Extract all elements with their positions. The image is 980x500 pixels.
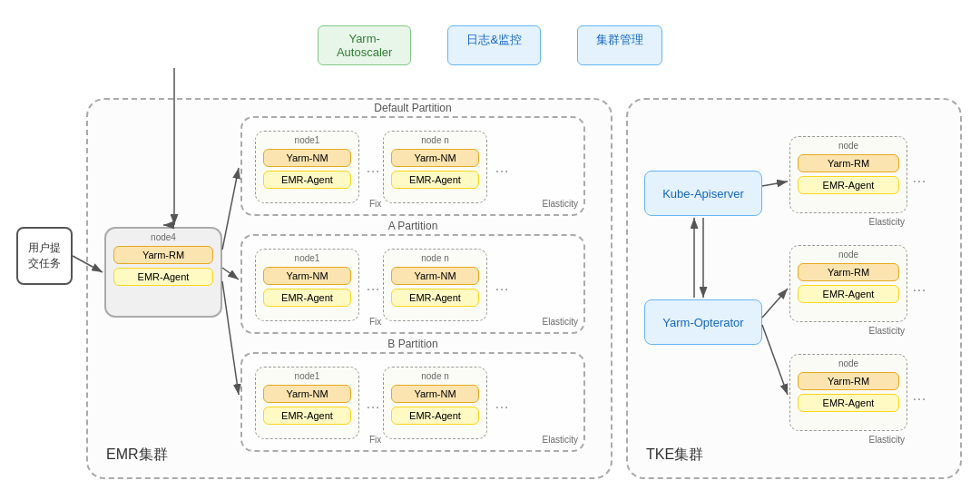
tke-ng3-dots: … bbox=[912, 387, 926, 404]
default-left-box1: Yarm-NM bbox=[263, 149, 351, 167]
emr-cluster-label: EMR集群 bbox=[106, 446, 168, 465]
tke-ng3-elasticity: Elasticity bbox=[869, 435, 905, 445]
default-node-left: node1 Yarm-NM EMR-Agent bbox=[255, 131, 359, 203]
b-partition: B Partition node1 Yarm-NM EMR-Agent … no… bbox=[240, 352, 585, 452]
kube-apiserver-box: Kube-Apiserver bbox=[644, 171, 762, 216]
b-right-box2: EMR-Agent bbox=[391, 407, 479, 425]
a-node-left-label: node1 bbox=[256, 253, 358, 263]
default-dots2: … bbox=[495, 160, 509, 176]
b-node-right: node n Yarm-NM EMR-Agent bbox=[383, 367, 487, 439]
default-node-right-label: node n bbox=[384, 135, 486, 145]
b-partition-label: B Partition bbox=[387, 338, 437, 350]
default-elasticity-label: Elasticity bbox=[543, 199, 578, 209]
tke-ng3-node-label: node bbox=[790, 358, 906, 368]
user-task-box: 用户提 交任务 bbox=[16, 227, 73, 285]
yarm-autoscaler-btn[interactable]: Yarm- Autoscaler bbox=[318, 25, 411, 65]
tke-ng2-node-label: node bbox=[790, 250, 906, 260]
tke-ng3-box2: EMR-Agent bbox=[798, 394, 899, 412]
a-right-box1: Yarm-NM bbox=[391, 267, 479, 285]
default-right-box1: Yarm-NM bbox=[391, 149, 479, 167]
a-left-box1: Yarm-NM bbox=[263, 267, 351, 285]
log-monitor-label: 日志&监控 bbox=[466, 33, 522, 46]
default-left-box2: EMR-Agent bbox=[263, 171, 351, 189]
tke-node-group-3: node Yarm-RM EMR-Agent … Elasticity bbox=[789, 354, 907, 431]
yarm-operator-box: Yarm-Opterator bbox=[644, 299, 762, 345]
tke-node-group-1: node Yarm-RM EMR-Agent … Elasticity bbox=[789, 136, 907, 213]
a-left-box2: EMR-Agent bbox=[263, 289, 351, 307]
yarm-rm-box: Yarm-RM bbox=[113, 246, 213, 264]
a-node-left: node1 Yarm-NM EMR-Agent bbox=[255, 249, 359, 321]
tke-node-group-2: node Yarm-RM EMR-Agent … Elasticity bbox=[789, 245, 907, 322]
default-partition: Default Partition node1 Yarm-NM EMR-Agen… bbox=[240, 116, 585, 216]
a-partition-label: A Partition bbox=[388, 220, 438, 232]
tke-ng2-box1: Yarm-RM bbox=[798, 263, 899, 281]
tke-ng1-elasticity: Elasticity bbox=[869, 217, 905, 227]
node4-box: node4 Yarm-RM EMR-Agent bbox=[104, 227, 222, 318]
b-node-left: node1 Yarm-NM EMR-Agent bbox=[255, 367, 359, 439]
default-right-box2: EMR-Agent bbox=[391, 171, 479, 189]
b-left-box2: EMR-Agent bbox=[263, 407, 351, 425]
emr-agent-box: EMR-Agent bbox=[113, 268, 213, 286]
b-dots: … bbox=[366, 396, 380, 412]
tke-ng1-dots: … bbox=[912, 170, 926, 186]
default-node-left-label: node1 bbox=[256, 135, 358, 145]
a-node-right-label: node n bbox=[384, 253, 486, 263]
log-monitor-btn[interactable]: 日志&监控 bbox=[447, 25, 541, 65]
tke-ng1-box2: EMR-Agent bbox=[798, 176, 899, 194]
a-right-box2: EMR-Agent bbox=[391, 289, 479, 307]
node4-label: node4 bbox=[106, 232, 220, 242]
kube-apiserver-label: Kube-Apiserver bbox=[662, 187, 744, 201]
diagram-container: Yarm- Autoscaler 日志&监控 集群管理 EMR集群 TKE集群 … bbox=[0, 0, 980, 500]
tke-cluster-label: TKE集群 bbox=[646, 446, 703, 465]
a-elasticity-label: Elasticity bbox=[543, 317, 578, 327]
default-fix-label: Fix bbox=[369, 199, 381, 209]
tke-ng2-dots: … bbox=[912, 279, 926, 295]
a-partition: A Partition node1 Yarm-NM EMR-Agent … no… bbox=[240, 234, 585, 334]
user-task-label: 用户提 交任务 bbox=[28, 240, 61, 271]
b-left-box1: Yarm-NM bbox=[263, 385, 351, 403]
b-node-right-label: node n bbox=[384, 371, 486, 381]
yarm-operator-label: Yarm-Opterator bbox=[662, 316, 743, 329]
cluster-manage-btn[interactable]: 集群管理 bbox=[577, 25, 662, 65]
default-dots: … bbox=[366, 160, 380, 176]
b-dots2: … bbox=[495, 396, 509, 412]
tke-ng1-box1: Yarm-RM bbox=[798, 154, 899, 172]
default-node-right: node n Yarm-NM EMR-Agent bbox=[383, 131, 487, 203]
b-fix-label: Fix bbox=[369, 435, 381, 445]
default-partition-label: Default Partition bbox=[374, 102, 451, 114]
tke-ng2-box2: EMR-Agent bbox=[798, 285, 899, 303]
b-node-left-label: node1 bbox=[256, 371, 358, 381]
tke-ng3-box1: Yarm-RM bbox=[798, 372, 899, 390]
a-dots: … bbox=[366, 278, 380, 294]
b-right-box1: Yarm-NM bbox=[391, 385, 479, 403]
top-bar: Yarm- Autoscaler 日志&监控 集群管理 bbox=[0, 25, 980, 65]
yarm-autoscaler-label: Yarm- Autoscaler bbox=[337, 32, 392, 59]
tke-ng2-elasticity: Elasticity bbox=[869, 326, 905, 336]
cluster-manage-label: 集群管理 bbox=[596, 33, 643, 46]
b-elasticity-label: Elasticity bbox=[543, 435, 578, 445]
a-fix-label: Fix bbox=[369, 317, 381, 327]
tke-ng1-node-label: node bbox=[790, 141, 906, 151]
a-node-right: node n Yarm-NM EMR-Agent bbox=[383, 249, 487, 321]
a-dots2: … bbox=[495, 278, 509, 294]
